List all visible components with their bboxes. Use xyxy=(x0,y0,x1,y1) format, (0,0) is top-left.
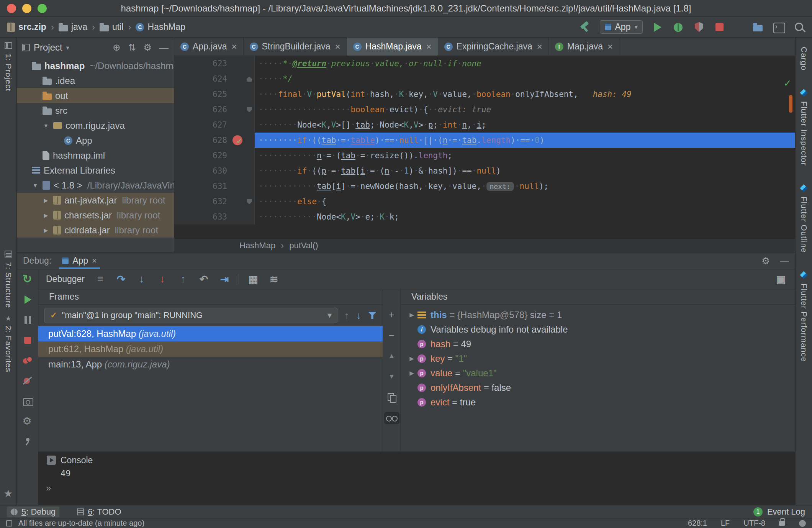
view-breakpoints-button[interactable] xyxy=(22,355,33,366)
down-icon[interactable]: ▼ xyxy=(384,371,399,383)
code-line[interactable]: 624·····*/ xyxy=(174,71,795,87)
code-line[interactable]: 631············tab[i]·=·newNode(hash,·ke… xyxy=(174,179,795,194)
fold-marker-icon[interactable] xyxy=(247,199,252,204)
tree-item[interactable]: ▶charsets.jarlibrary root xyxy=(17,208,174,223)
add-icon[interactable]: + xyxy=(384,308,399,321)
tree-item[interactable]: ▼< 1.8 >/Library/Java/JavaVirtualMachine… xyxy=(17,178,174,193)
tool-stripe-button[interactable]: Flutter Inspector xyxy=(799,89,809,166)
build-button[interactable] xyxy=(579,21,591,33)
chevron-down-icon[interactable]: ▾ xyxy=(66,44,69,51)
tree-item[interactable]: ▶ant-javafx.jarlibrary root xyxy=(17,193,174,208)
tool-stripe-button[interactable]: 1: Project xyxy=(0,42,16,92)
tool-stripe-button[interactable]: Cargo xyxy=(799,47,809,71)
settings-gear-icon[interactable]: ⚙ xyxy=(761,256,770,266)
minimize-window-button[interactable] xyxy=(22,4,31,13)
hide-panel-icon[interactable]: — xyxy=(780,256,789,266)
fold-gutter[interactable] xyxy=(245,194,255,209)
expand-icon[interactable]: ▶ xyxy=(406,355,417,362)
expand-icon[interactable]: ▶ xyxy=(406,312,417,318)
run-to-cursor-icon[interactable]: ⇥ xyxy=(218,273,231,285)
inspection-ok-icon[interactable]: ✓ xyxy=(784,77,791,89)
editor-tab[interactable]: Map.java× xyxy=(549,38,619,56)
hide-library-frames-filter-icon[interactable] xyxy=(368,312,377,319)
step-out-icon[interactable]: ↑ xyxy=(177,273,190,285)
breakpoint-gutter[interactable] xyxy=(232,71,245,87)
line-number[interactable]: 631 xyxy=(174,179,232,194)
up-icon[interactable]: ▲ xyxy=(384,350,399,362)
breadcrumb-item[interactable]: HashMap xyxy=(136,22,185,32)
target-icon[interactable]: ⊕ xyxy=(113,42,120,53)
code-line[interactable]: 623·····*·@return·previous·value,·or·nul… xyxy=(174,56,795,71)
tree-item[interactable]: out xyxy=(17,88,174,103)
code-line[interactable]: 627········Node<K,V>[]·tab;·Node<K,V>·p;… xyxy=(174,117,795,133)
breakpoint-gutter[interactable] xyxy=(232,194,245,209)
resume-button[interactable] xyxy=(22,294,33,305)
close-icon[interactable]: × xyxy=(426,41,432,52)
code-line[interactable]: 625····final·V·putVal(int·hash,·K·key,·V… xyxy=(174,87,795,102)
mute-breakpoints-button[interactable] xyxy=(22,376,33,386)
tool-window-button-debug[interactable]: 5: Debug xyxy=(7,507,59,517)
line-number[interactable]: 626 xyxy=(174,102,232,117)
settings-button[interactable] xyxy=(22,416,33,427)
close-icon[interactable]: × xyxy=(335,41,341,52)
fold-marker-icon[interactable] xyxy=(247,107,252,112)
code-line[interactable]: 628✓········if·((tab·=·table)·==·null·||… xyxy=(174,133,795,148)
breadcrumb-item[interactable]: java xyxy=(59,22,87,32)
close-window-button[interactable] xyxy=(7,4,16,13)
breakpoint-gutter[interactable] xyxy=(232,148,245,163)
minus-icon[interactable]: — xyxy=(159,42,169,53)
editor-breadcrumb-item[interactable]: putVal() xyxy=(289,241,318,251)
editor-tab[interactable]: HashMap.java× xyxy=(347,38,438,56)
variable-row[interactable]: ▶value = "value1" xyxy=(401,366,795,380)
code-editor[interactable]: 623·····*·@return·previous·value,·or·nul… xyxy=(174,56,795,238)
step-over-icon[interactable]: ↷ xyxy=(115,273,128,285)
tree-item[interactable]: hashmap~/Downloads/hashmap xyxy=(17,58,174,73)
breakpoint-gutter[interactable] xyxy=(232,163,245,179)
terminal-button[interactable] xyxy=(773,21,784,33)
drop-frame-icon[interactable]: ↶ xyxy=(197,273,210,285)
toolwindow-toggle-icon[interactable] xyxy=(6,520,12,526)
breakpoint-gutter[interactable] xyxy=(232,117,245,133)
line-number[interactable]: 633 xyxy=(174,209,232,225)
breakpoint-gutter[interactable] xyxy=(232,102,245,117)
coverage-button[interactable] xyxy=(693,21,705,33)
breakpoint-gutter[interactable]: ✓ xyxy=(232,133,245,148)
fold-gutter[interactable] xyxy=(245,179,255,194)
event-log-button[interactable]: 1 Event Log xyxy=(753,507,805,517)
tree-item[interactable]: .idea xyxy=(17,73,174,88)
tree-chevron-icon[interactable]: ▶ xyxy=(42,227,50,233)
close-icon[interactable]: × xyxy=(232,41,237,52)
stop-button[interactable] xyxy=(22,335,33,346)
line-number[interactable]: 629 xyxy=(174,148,232,163)
fold-gutter[interactable] xyxy=(245,163,255,179)
layout-settings-icon[interactable]: ▣ xyxy=(774,273,787,285)
close-icon[interactable]: × xyxy=(537,41,542,52)
console-prompt-icon[interactable]: » xyxy=(38,483,795,494)
variable-row[interactable]: evict = true xyxy=(401,395,795,410)
sliders-icon[interactable]: ≋ xyxy=(267,273,280,285)
tree-item[interactable]: ▼com.riguz.java xyxy=(17,118,174,133)
line-number[interactable]: 623 xyxy=(174,56,232,71)
breadcrumb-item[interactable]: src.zip xyxy=(7,22,46,32)
previous-frame-icon[interactable]: ↑ xyxy=(344,310,349,321)
line-number[interactable]: 624 xyxy=(174,71,232,87)
line-number[interactable]: 632 xyxy=(174,194,232,209)
variable-row[interactable]: hash = 49 xyxy=(401,337,795,351)
frame-row[interactable]: putVal:628, HashMap (java.util) xyxy=(38,326,383,341)
editor-tab[interactable]: App.java× xyxy=(174,38,244,56)
tool-stripe-button[interactable]: Flutter Outline xyxy=(799,184,809,253)
editor-tab[interactable]: StringBuilder.java× xyxy=(244,38,347,56)
editor-tab[interactable]: ExpiringCache.java× xyxy=(438,38,549,56)
line-number[interactable]: 625 xyxy=(174,87,232,102)
caret-position[interactable]: 628:1 xyxy=(688,519,707,528)
variable-row[interactable]: ▶key = "1" xyxy=(401,351,795,366)
fold-gutter[interactable] xyxy=(245,117,255,133)
line-ending-indicator[interactable]: LF xyxy=(721,519,730,528)
run-config-select[interactable]: App▾ xyxy=(600,20,643,34)
breadcrumb-item[interactable]: util xyxy=(100,22,123,32)
fold-marker-icon[interactable] xyxy=(247,77,252,82)
zoom-window-button[interactable] xyxy=(38,4,47,13)
frame-row[interactable]: main:13, App (com.riguz.java) xyxy=(38,357,383,372)
expand-icon[interactable]: ▶ xyxy=(406,370,417,377)
tree-chevron-icon[interactable]: ▶ xyxy=(42,212,50,218)
